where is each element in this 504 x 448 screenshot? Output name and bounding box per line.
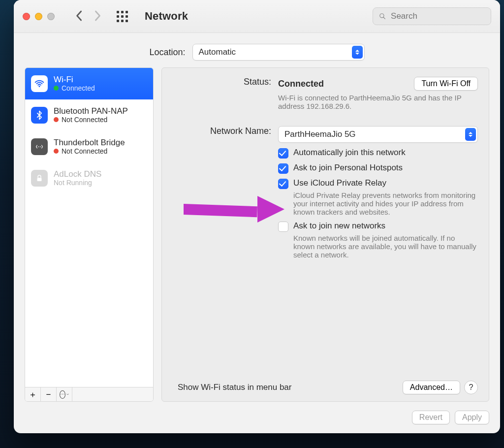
window-controls (23, 13, 55, 20)
svg-point-2 (39, 86, 40, 87)
ask-hotspot-label: Ask to join Personal Hotspots (293, 163, 403, 173)
remove-service-button[interactable]: − (41, 387, 57, 401)
service-item[interactable]: AdLock DNS Not Running (25, 162, 153, 194)
status-dot-icon (54, 86, 59, 91)
close-window-button[interactable] (23, 13, 30, 20)
page-title: Network (145, 10, 188, 23)
status-description: Wi-Fi is connected to ParthHeemaJio 5G a… (278, 94, 475, 110)
service-item[interactable]: Thunderbolt Bridge Not Connected (25, 131, 153, 162)
ask-new-networks-checkbox[interactable]: Ask to join new networks Known networks … (278, 221, 478, 259)
service-name: Bluetooth PAN-NAP (54, 107, 128, 116)
network-name-label: Network Name: (173, 126, 278, 259)
add-service-button[interactable]: ＋ (25, 387, 41, 401)
stepper-icon (465, 128, 476, 141)
service-item[interactable]: Wi-Fi Connected (25, 68, 153, 99)
footer-buttons: Revert Apply (14, 409, 500, 433)
show-menu-bar-checkbox[interactable]: Show Wi-Fi status in menu bar (173, 383, 291, 392)
status-dot-icon (54, 149, 59, 154)
wifi-toggle-button[interactable]: Turn Wi-Fi Off (414, 77, 478, 91)
service-status: Not Connected (54, 116, 128, 124)
service-item[interactable]: Bluetooth PAN-NAP Not Connected (25, 99, 153, 131)
sidebar-footer: ＋ − ⋯ (25, 387, 153, 401)
nav-arrows (75, 10, 102, 23)
bt-icon (31, 107, 48, 124)
service-status: Connected (54, 85, 95, 92)
services-sidebar: Wi-Fi Connected Bluetooth PAN-NAP Not Co… (25, 67, 154, 402)
chevron-left-icon (75, 10, 84, 22)
service-name: AdLock DNS (54, 170, 101, 179)
svg-rect-5 (37, 178, 42, 181)
location-label: Location: (149, 47, 185, 58)
location-row: Location: Automatic (14, 33, 500, 65)
titlebar: Network (14, 0, 500, 33)
ask-new-label: Ask to join new networks (293, 221, 478, 231)
apply-button[interactable]: Apply (455, 411, 489, 424)
main-area: Wi-Fi Connected Bluetooth PAN-NAP Not Co… (14, 65, 500, 409)
service-options-button[interactable]: ⋯ (57, 387, 72, 401)
service-status: Not Connected (54, 148, 125, 155)
checkbox-icon (278, 222, 288, 232)
search-field[interactable] (373, 7, 491, 25)
checkbox-icon (278, 163, 288, 174)
show-all-button[interactable] (117, 11, 128, 22)
svg-point-3 (38, 146, 39, 147)
search-input[interactable] (390, 11, 485, 22)
advanced-button[interactable]: Advanced… (403, 381, 460, 394)
private-relay-description: iCloud Private Relay prevents networks f… (293, 191, 478, 216)
forward-button[interactable] (93, 10, 102, 23)
wifi-icon (31, 75, 48, 92)
tb-icon (31, 138, 48, 155)
checkbox-icon (278, 179, 288, 189)
auto-join-checkbox[interactable]: Automatically join this network (278, 148, 478, 158)
service-status: Not Running (54, 179, 101, 187)
private-relay-label: Use iCloud Private Relay (293, 178, 478, 188)
svg-line-1 (383, 17, 385, 19)
location-value: Automatic (199, 47, 236, 57)
show-menu-bar-label: Show Wi-Fi status in menu bar (178, 383, 291, 392)
network-name-value: ParthHeemaJio 5G (284, 129, 356, 139)
location-select[interactable]: Automatic (192, 44, 365, 61)
auto-join-label: Automatically join this network (293, 148, 406, 158)
service-list: Wi-Fi Connected Bluetooth PAN-NAP Not Co… (25, 68, 153, 387)
help-button[interactable]: ? (464, 381, 478, 394)
service-name: Thunderbolt Bridge (54, 138, 125, 148)
chevron-right-icon (93, 10, 102, 22)
ellipsis-circle-icon: ⋯ (60, 390, 65, 399)
status-label: Status: (173, 77, 278, 110)
revert-button[interactable]: Revert (412, 411, 450, 424)
back-button[interactable] (75, 10, 84, 23)
stepper-icon (352, 46, 363, 59)
zoom-window-button[interactable] (47, 13, 55, 20)
lock-icon (31, 170, 48, 187)
ask-hotspot-checkbox[interactable]: Ask to join Personal Hotspots (278, 163, 478, 173)
minimize-window-button[interactable] (35, 13, 42, 20)
status-dot-icon (54, 117, 59, 122)
status-value: Connected (278, 79, 324, 89)
ask-new-description: Known networks will be joined automatica… (293, 234, 478, 259)
network-name-select[interactable]: ParthHeemaJio 5G (278, 126, 478, 143)
checkbox-icon (278, 148, 288, 159)
service-name: Wi-Fi (54, 75, 95, 85)
details-panel: Status: Connected Turn Wi-Fi Off Wi-Fi i… (161, 67, 489, 402)
svg-point-4 (40, 146, 41, 147)
chevron-down-icon (66, 393, 69, 396)
search-icon (379, 12, 386, 20)
preferences-window: Network Location: Automatic Wi-Fi Connec… (14, 0, 500, 433)
private-relay-checkbox[interactable]: Use iCloud Private Relay iCloud Private … (278, 178, 478, 216)
